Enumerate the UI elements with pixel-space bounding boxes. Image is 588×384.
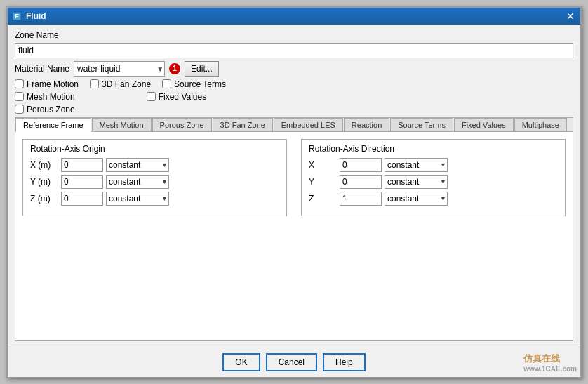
material-row: Material Name water-liquid ▼ 1 Edit... [15,61,573,77]
tab-embedded-les[interactable]: Embedded LES [274,118,343,131]
direction-title: Rotation-Axis Direction [309,144,558,154]
zone-name-label: Zone Name [15,30,573,40]
tab-multiphase[interactable]: Multiphase [514,118,567,131]
material-select[interactable]: water-liquid [74,61,165,77]
3d-fan-zone-item: 3D Fan Zone [90,79,151,89]
checkbox-row-2: Mesh Motion Fixed Values [15,92,573,102]
origin-y-method[interactable]: constant expression profile [106,175,169,189]
fluid-dialog: F Fluid ✕ Zone Name Material Name water-… [6,6,582,378]
zone-name-input[interactable] [15,43,573,58]
direction-y-input[interactable] [340,175,382,189]
help-button[interactable]: Help [323,353,366,371]
origin-x-method[interactable]: constant expression profile [106,158,169,172]
direction-y-method[interactable]: constant expression profile [385,175,448,189]
mesh-motion-label: Mesh Motion [27,92,75,102]
titlebar: F Fluid ✕ [8,8,580,25]
direction-y-row: Y constant expression profile ▼ [309,175,558,189]
porous-zone-checkbox[interactable] [15,105,24,114]
porous-zone-label: Porous Zone [27,105,75,114]
material-select-wrapper: water-liquid ▼ [74,61,165,77]
ok-button[interactable]: OK [222,353,260,371]
origin-y-select-wrapper: constant expression profile ▼ [106,175,169,189]
tab-3d-fan-zone[interactable]: 3D Fan Zone [213,118,273,131]
titlebar-left: F Fluid [12,11,46,21]
fluid-icon: F [12,11,22,21]
porous-zone-item: Porous Zone [15,105,75,114]
material-badge: 1 [169,63,180,74]
origin-x-row: X (m) constant expression profile ▼ [30,158,279,172]
tabs-container: Reference Frame Mesh Motion Porous Zone … [15,117,573,341]
material-name-label: Material Name [15,64,69,74]
svg-text:F: F [15,13,19,20]
direction-y-label: Y [309,177,337,187]
fixed-values-checkbox[interactable] [147,92,156,101]
origin-title: Rotation-Axis Origin [30,144,279,154]
direction-z-select-wrapper: constant expression profile ▼ [385,192,448,206]
watermark-line2: www.1CAE.com [523,365,577,373]
fixed-values-label: Fixed Values [159,92,206,102]
mesh-motion-checkbox[interactable] [15,92,24,101]
direction-x-row: X constant expression profile ▼ [309,158,558,172]
origin-y-input[interactable] [61,175,103,189]
source-terms-label: Source Terms [174,79,226,89]
origin-x-label: X (m) [30,160,58,170]
close-button[interactable]: ✕ [565,11,576,22]
origin-x-input[interactable] [61,158,103,172]
origin-z-label: Z (m) [30,194,58,204]
direction-z-input[interactable] [340,192,382,206]
rotation-grid: Rotation-Axis Origin X (m) constant expr… [22,139,566,216]
origin-z-select-wrapper: constant expression profile ▼ [106,192,169,206]
origin-z-row: Z (m) constant expression profile ▼ [30,192,279,206]
direction-z-method[interactable]: constant expression profile [385,192,448,206]
direction-z-row: Z constant expression profile ▼ [309,192,558,206]
tabs-bar: Reference Frame Mesh Motion Porous Zone … [15,118,573,132]
fixed-values-item: Fixed Values [147,92,206,102]
rotation-origin-section: Rotation-Axis Origin X (m) constant expr… [22,139,287,216]
tab-fixed-values[interactable]: Fixed Values [454,118,514,131]
reference-frame-content: Rotation-Axis Origin X (m) constant expr… [15,132,573,340]
direction-y-select-wrapper: constant expression profile ▼ [385,175,448,189]
frame-motion-item: Frame Motion [15,79,79,89]
direction-x-method[interactable]: constant expression profile [385,158,448,172]
origin-y-label: Y (m) [30,177,58,187]
3d-fan-zone-label: 3D Fan Zone [102,79,151,89]
watermark-line1: 仿真在线 [523,352,577,365]
tab-reaction[interactable]: Reaction [344,118,389,131]
tab-porous-zone[interactable]: Porous Zone [152,118,212,131]
direction-x-label: X [309,160,337,170]
window-content: Zone Name Material Name water-liquid ▼ 1… [8,25,580,347]
frame-motion-label: Frame Motion [27,79,79,89]
checkbox-row-3: Porous Zone [15,105,573,114]
direction-x-input[interactable] [340,158,382,172]
watermark: 仿真在线 www.1CAE.com [523,352,577,373]
origin-z-method[interactable]: constant expression profile [106,192,169,206]
origin-z-input[interactable] [61,192,103,206]
footer: OK Cancel Help [8,347,580,377]
rotation-direction-section: Rotation-Axis Direction X constant expre… [301,139,566,216]
edit-button[interactable]: Edit... [185,61,219,77]
direction-z-label: Z [309,194,337,204]
cancel-button[interactable]: Cancel [266,353,317,371]
origin-y-row: Y (m) constant expression profile ▼ [30,175,279,189]
origin-x-select-wrapper: constant expression profile ▼ [106,158,169,172]
mesh-motion-item: Mesh Motion [15,92,75,102]
source-terms-checkbox[interactable] [162,79,171,88]
tab-reference-frame[interactable]: Reference Frame [15,118,91,132]
tab-source-terms[interactable]: Source Terms [390,118,453,131]
window-title: Fluid [26,11,46,21]
frame-motion-checkbox[interactable] [15,79,24,88]
tab-mesh-motion[interactable]: Mesh Motion [92,118,152,131]
3d-fan-zone-checkbox[interactable] [90,79,99,88]
direction-x-select-wrapper: constant expression profile ▼ [385,158,448,172]
checkbox-row-1: Frame Motion 3D Fan Zone Source Terms [15,79,573,89]
source-terms-item: Source Terms [162,79,226,89]
